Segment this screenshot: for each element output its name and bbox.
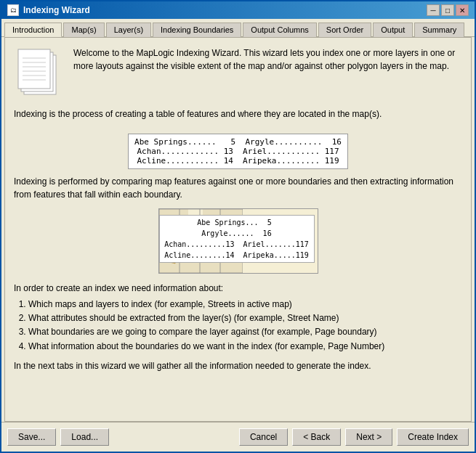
- index-table: Abe Springs...... 5 Argyle.......... 16 …: [128, 134, 348, 169]
- title-buttons: ─ □ ✕: [427, 4, 469, 16]
- info-list: Which maps and layers to index (for exam…: [14, 298, 462, 354]
- back-button[interactable]: < Back: [292, 428, 341, 446]
- title-bar-left: 🗂 Indexing Wizard: [7, 4, 90, 16]
- svg-rect-2: [18, 49, 50, 89]
- save-button[interactable]: Save...: [7, 428, 56, 446]
- index-table-wrapper: Abe Springs...... 5 Argyle.......... 16 …: [14, 128, 462, 175]
- tab-layers[interactable]: Layer(s): [106, 23, 151, 37]
- closing-text: In the next tabs in this wizard we will …: [14, 361, 462, 371]
- tab-introduction[interactable]: Introduction: [4, 23, 62, 37]
- intro-text: Welcome to the MapLogic Indexing Wizard.…: [73, 46, 462, 73]
- map-table-row-1: Abe Springs... 5 Argyle...... 16: [163, 217, 311, 239]
- button-bar-left: Save... Load...: [7, 428, 109, 446]
- maximize-button[interactable]: □: [441, 4, 454, 16]
- map-image-container: Abe Springs... 5 Argyle...... 16 Achan..…: [14, 208, 462, 276]
- info-list-section: In order to create an index we need info…: [14, 283, 462, 354]
- cancel-button[interactable]: Cancel: [239, 428, 288, 446]
- table-row-2: Achan............ 13 Ariel........... 11…: [134, 147, 342, 156]
- pages-icon: [14, 46, 65, 97]
- button-bar: Save... Load... Cancel < Back Next > Cre…: [1, 422, 475, 452]
- tab-bar: Introduction Map(s) Layer(s) Indexing Bo…: [1, 19, 475, 37]
- app-icon: 🗂: [7, 4, 19, 16]
- info-item-2: What attributes should be extracted from…: [28, 311, 462, 325]
- info-item-3: What boundaries are we going to compare …: [28, 325, 462, 339]
- info-intro: In order to create an index we need info…: [14, 283, 462, 293]
- tab-output-columns[interactable]: Output Columns: [243, 23, 316, 37]
- map-table-row-3: Acline........14 Aripeka.....119: [163, 250, 311, 261]
- load-button[interactable]: Load...: [60, 428, 109, 446]
- next-button[interactable]: Next >: [345, 428, 392, 446]
- close-button[interactable]: ✕: [456, 4, 469, 16]
- table-row-3: Acline........... 14 Aripeka......... 11…: [134, 156, 342, 166]
- tab-sort-order[interactable]: Sort Order: [318, 23, 371, 37]
- tab-maps[interactable]: Map(s): [63, 23, 104, 37]
- intro-header: Welcome to the MapLogic Indexing Wizard.…: [14, 46, 462, 97]
- indexing-definition: Indexing is the process of creating a ta…: [14, 107, 462, 121]
- info-item-1: Which maps and layers to index (for exam…: [28, 298, 462, 311]
- window-title: Indexing Wizard: [23, 5, 90, 15]
- minimize-button[interactable]: ─: [427, 4, 440, 16]
- main-content: Welcome to the MapLogic Indexing Wizard.…: [4, 37, 472, 422]
- tab-output[interactable]: Output: [373, 23, 413, 37]
- create-index-button[interactable]: Create Index: [397, 428, 469, 446]
- boundaries-text: Indexing is performed by comparing map f…: [14, 175, 462, 201]
- button-bar-right: Cancel < Back Next > Create Index: [239, 428, 469, 446]
- info-item-4: What information about the boundaries do…: [28, 340, 462, 354]
- tab-indexing-boundaries[interactable]: Indexing Boundaries: [153, 23, 241, 37]
- indexing-wizard-window: 🗂 Indexing Wizard ─ □ ✕ Introduction Map…: [0, 0, 476, 453]
- map-image: Abe Springs... 5 Argyle...... 16 Achan..…: [158, 208, 318, 274]
- table-row-1: Abe Springs...... 5 Argyle.......... 16: [134, 137, 342, 147]
- title-bar: 🗂 Indexing Wizard ─ □ ✕: [1, 1, 475, 19]
- map-table-content: Abe Springs... 5 Argyle...... 16 Achan..…: [159, 215, 315, 263]
- tab-summary[interactable]: Summary: [414, 23, 464, 37]
- map-table-row-2: Achan.........13 Ariel.......117: [163, 239, 311, 250]
